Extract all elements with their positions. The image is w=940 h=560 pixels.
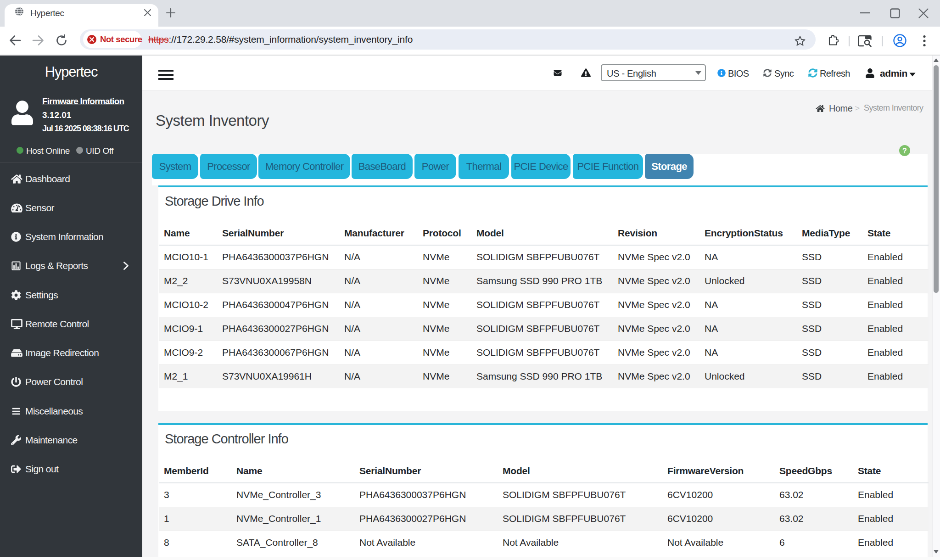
svg-text:?: ? <box>902 147 907 155</box>
